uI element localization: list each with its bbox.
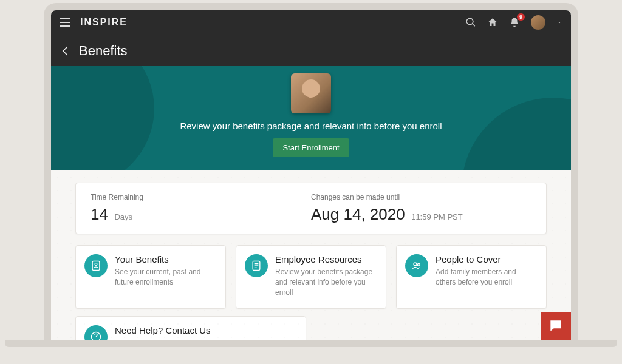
tile-desc: See your current, past and future enroll… bbox=[115, 267, 217, 288]
search-icon[interactable] bbox=[465, 17, 476, 28]
back-chevron-icon[interactable] bbox=[60, 45, 72, 57]
hamburger-menu-icon[interactable] bbox=[60, 16, 73, 29]
chat-bubble-icon bbox=[548, 318, 564, 334]
deadline-date: Aug 14, 2020 bbox=[311, 205, 405, 223]
home-icon[interactable] bbox=[487, 17, 498, 28]
page-title: Benefits bbox=[79, 43, 128, 59]
hero-headline: Review your benefits package and relevan… bbox=[180, 121, 442, 131]
laptop-frame: INSPIRE 9 Benefits bbox=[0, 0, 622, 364]
time-remaining-unit: Days bbox=[114, 212, 132, 221]
svg-point-12 bbox=[558, 323, 560, 325]
deadline-label: Changes can be made until bbox=[311, 193, 531, 201]
deadline-time: 11:59 PM PST bbox=[411, 212, 463, 221]
people-icon bbox=[405, 254, 428, 277]
svg-point-1 bbox=[95, 263, 97, 266]
brand-logo[interactable]: INSPIRE bbox=[80, 17, 128, 28]
svg-point-10 bbox=[553, 323, 555, 325]
user-avatar-large bbox=[291, 73, 331, 113]
notification-badge: 9 bbox=[517, 13, 525, 21]
tile-title: People to Cover bbox=[436, 254, 538, 265]
svg-point-6 bbox=[414, 263, 417, 266]
tile-people-to-cover[interactable]: People to Cover Add family members and o… bbox=[396, 245, 547, 309]
time-remaining-label: Time Remaining bbox=[91, 193, 311, 201]
start-enrollment-button[interactable]: Start Enrollment bbox=[273, 138, 349, 157]
tile-title: Need Help? Contact Us bbox=[115, 325, 211, 335]
help-icon bbox=[84, 325, 108, 340]
laptop-bezel: INSPIRE 9 Benefits bbox=[44, 3, 578, 340]
topbar: INSPIRE 9 bbox=[51, 10, 571, 35]
tile-title: Employee Resources bbox=[275, 254, 377, 265]
tile-row: Your Benefits See your current, past and… bbox=[75, 245, 547, 309]
tile-employee-resources[interactable]: Employee Resources Review your benefits … bbox=[236, 245, 386, 309]
deadline-column: Changes can be made until Aug 14, 2020 1… bbox=[311, 193, 531, 224]
svg-point-8 bbox=[92, 332, 101, 340]
hero-banner: Review your benefits package and relevan… bbox=[51, 66, 571, 170]
deadline-card: Time Remaining 14 Days Changes can be ma… bbox=[75, 183, 547, 234]
user-avatar-small[interactable] bbox=[531, 15, 545, 30]
laptop-base bbox=[5, 340, 617, 347]
tile-need-help[interactable]: Need Help? Contact Us bbox=[75, 316, 306, 340]
topbar-right-cluster: 9 bbox=[465, 15, 562, 30]
notifications-button[interactable]: 9 bbox=[509, 17, 520, 28]
tile-desc: Review your benefits package and relevan… bbox=[275, 267, 377, 297]
tile-title: Your Benefits bbox=[115, 254, 217, 265]
time-remaining-value: 14 bbox=[91, 205, 108, 223]
subheader: Benefits bbox=[51, 35, 571, 66]
chevron-down-icon[interactable] bbox=[556, 19, 562, 25]
svg-point-11 bbox=[556, 323, 558, 325]
svg-point-7 bbox=[417, 263, 420, 266]
app-screen: INSPIRE 9 Benefits bbox=[51, 10, 571, 340]
chat-fab[interactable] bbox=[541, 312, 571, 340]
time-remaining-column: Time Remaining 14 Days bbox=[91, 193, 311, 224]
content-area: Time Remaining 14 Days Changes can be ma… bbox=[51, 170, 571, 340]
tile-desc: Add family members and others before you… bbox=[436, 267, 538, 288]
tile-your-benefits[interactable]: Your Benefits See your current, past and… bbox=[75, 245, 226, 309]
benefits-card-icon bbox=[84, 254, 108, 277]
document-icon bbox=[245, 254, 268, 277]
